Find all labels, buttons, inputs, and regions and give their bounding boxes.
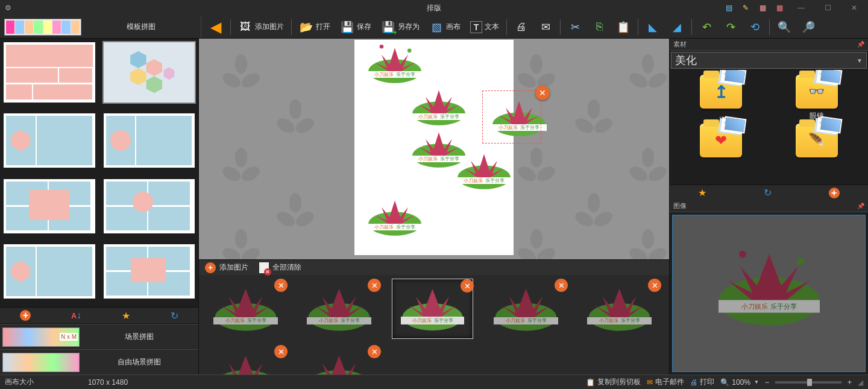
- center-panel: 小刀娱乐乐于分享 小刀娱乐乐于分享 小刀娱乐乐于分享 小刀娱乐乐于分享 小刀娱乐…: [199, 39, 669, 375]
- canvas-button[interactable]: ▧画布: [426, 18, 464, 36]
- copy-button[interactable]: ⎘: [588, 18, 610, 36]
- asset-folder-feather[interactable]: 🪶: [770, 124, 864, 160]
- tray-delete-icon[interactable]: ✕: [274, 279, 288, 292]
- status-resize-grip[interactable]: ◢: [858, 378, 863, 387]
- left-panel: + A↓ ★ ↻ N x M 场景拼图 自由场景拼图: [0, 39, 199, 375]
- minimize-button[interactable]: —: [790, 1, 813, 15]
- tray-add-image-button[interactable]: +添加图片: [205, 262, 248, 273]
- image-panel-header[interactable]: 图像📌: [670, 200, 868, 212]
- add-image-button[interactable]: 🖼添加图片: [234, 18, 288, 36]
- tray-delete-icon[interactable]: ✕: [274, 345, 288, 358]
- assets-category-select[interactable]: 美化▼: [671, 52, 867, 69]
- pin-icon[interactable]: 📌: [857, 203, 864, 209]
- flip-h-button[interactable]: ◣: [642, 18, 664, 36]
- zoom-slider[interactable]: [775, 381, 841, 384]
- tray-item[interactable]: 小刀娱乐乐于分享✕: [579, 279, 660, 339]
- assets-action-bar: ★ ↻ +: [670, 185, 868, 200]
- tray-clear-all-button[interactable]: ✕全部清除: [259, 262, 301, 273]
- delete-selected-button[interactable]: ✕: [535, 86, 550, 100]
- placed-image[interactable]: 小刀娱乐乐于分享: [451, 147, 517, 194]
- tray-delete-icon[interactable]: ✕: [368, 345, 381, 358]
- status-zoom-out[interactable]: −: [765, 378, 769, 387]
- zoom-out-button[interactable]: 🔎: [797, 18, 819, 36]
- page-canvas[interactable]: 小刀娱乐乐于分享 小刀娱乐乐于分享 小刀娱乐乐于分享 小刀娱乐乐于分享 小刀娱乐…: [354, 40, 514, 255]
- tray-item[interactable]: ✕: [298, 345, 380, 375]
- print-button[interactable]: 🖨: [511, 18, 532, 36]
- template-thumb[interactable]: [104, 179, 195, 233]
- assets-add-icon[interactable]: +: [829, 188, 840, 198]
- paste-button[interactable]: 📋: [612, 18, 634, 36]
- template-action-bar: + A↓ ★ ↻: [0, 307, 198, 324]
- free-scene-collage-tab[interactable]: 自由场景拼图: [0, 349, 198, 375]
- template-thumb[interactable]: [104, 113, 195, 168]
- tray-delete-icon[interactable]: ✕: [461, 279, 474, 293]
- template-thumb[interactable]: [4, 42, 95, 103]
- maximize-button[interactable]: ☐: [816, 1, 839, 15]
- email-button[interactable]: ✉: [535, 18, 556, 36]
- status-clipboard-button[interactable]: 📋复制到剪切板: [586, 377, 641, 387]
- titlebar-palette-icon[interactable]: ▦: [756, 2, 769, 13]
- asset-folder-heart[interactable]: ❤: [675, 124, 768, 160]
- save-button[interactable]: 💾保存: [336, 18, 375, 36]
- cut-button[interactable]: ✂: [564, 18, 586, 36]
- svg-marker-2: [130, 68, 146, 85]
- svg-marker-5: [11, 130, 30, 151]
- text-button[interactable]: T文本: [467, 18, 503, 36]
- rotate-free-button[interactable]: ⟲: [744, 18, 766, 36]
- rotate-left-button[interactable]: ↶: [696, 18, 717, 36]
- status-zoom-in[interactable]: +: [848, 378, 852, 387]
- scene-collage-tab[interactable]: N x M 场景拼图: [0, 324, 198, 349]
- svg-marker-4: [164, 67, 175, 80]
- template-mode-thumb[interactable]: [4, 19, 81, 36]
- template-refresh-icon[interactable]: ↻: [171, 310, 178, 321]
- template-grid: [0, 39, 198, 307]
- placed-image[interactable]: 小刀娱乐乐于分享: [406, 83, 472, 130]
- rotate-right-button[interactable]: ↷: [720, 18, 741, 36]
- titlebar-grid-icon[interactable]: ▦: [773, 2, 786, 13]
- template-thumb[interactable]: [4, 244, 95, 299]
- tray-delete-icon[interactable]: ✕: [648, 279, 661, 292]
- tray-item-selected[interactable]: 小刀娱乐乐于分享✕: [392, 279, 473, 339]
- flip-v-button[interactable]: ◢: [666, 18, 688, 36]
- asset-folder-up[interactable]: ↥..: [675, 75, 768, 121]
- tray-delete-icon[interactable]: ✕: [555, 279, 568, 292]
- template-thumb[interactable]: [4, 179, 95, 233]
- tray-delete-icon[interactable]: ✕: [368, 279, 381, 292]
- tray-item[interactable]: ✕: [205, 345, 286, 375]
- asset-folder-glasses[interactable]: 👓眼镜: [770, 75, 864, 121]
- status-zoom-display[interactable]: 🔍100%▼: [720, 378, 759, 387]
- title-bar: ⚙ 排版 ▤ ✎ ▦ ▦ — ☐ ✕: [0, 0, 868, 16]
- pin-icon[interactable]: 📌: [857, 41, 864, 48]
- status-canvas-dims: 1070 x 1480: [88, 378, 128, 387]
- placed-image[interactable]: 小刀娱乐乐于分享: [362, 194, 428, 241]
- template-thumb-selected[interactable]: [104, 42, 195, 103]
- template-thumb[interactable]: [104, 244, 195, 299]
- tray-item[interactable]: 小刀娱乐乐于分享✕: [485, 279, 567, 339]
- status-email-button[interactable]: ✉电子邮件: [647, 377, 684, 387]
- template-add-icon[interactable]: +: [20, 310, 31, 321]
- assets-panel-header[interactable]: 素材📌: [670, 39, 868, 51]
- save-as-button[interactable]: 💾➜另存为: [377, 18, 423, 36]
- template-sort-az-icon[interactable]: A↓: [71, 310, 81, 321]
- selection-frame[interactable]: [482, 90, 541, 144]
- svg-marker-0: [130, 51, 146, 68]
- template-mode-label: 模板拼图: [81, 22, 201, 32]
- template-favorite-icon[interactable]: ★: [122, 310, 130, 321]
- assets-refresh-icon[interactable]: ↻: [764, 187, 772, 198]
- status-print-button[interactable]: 🖨打印: [690, 377, 714, 387]
- placed-image[interactable]: 小刀娱乐乐于分享: [362, 41, 428, 88]
- titlebar-note-icon[interactable]: ▤: [722, 2, 735, 13]
- tray-item[interactable]: 小刀娱乐乐于分享✕: [298, 279, 380, 339]
- main-toolbar: 模板拼图 ◀ 🖼添加图片 📂打开 💾保存 💾➜另存为 ▧画布 T文本 🖨 ✉ ✂…: [0, 16, 868, 39]
- tray-item[interactable]: 小刀娱乐乐于分享✕: [205, 279, 286, 339]
- close-button[interactable]: ✕: [843, 1, 866, 15]
- back-button[interactable]: ◀: [205, 18, 227, 36]
- open-button[interactable]: 📂打开: [295, 18, 334, 36]
- canvas-area[interactable]: 小刀娱乐乐于分享 小刀娱乐乐于分享 小刀娱乐乐于分享 小刀娱乐乐于分享 小刀娱乐…: [199, 39, 669, 259]
- titlebar-pencil-icon[interactable]: ✎: [739, 2, 752, 13]
- image-preview[interactable]: 小刀娱乐乐于分享: [672, 215, 866, 372]
- zoom-in-button[interactable]: 🔍: [773, 18, 795, 36]
- template-thumb[interactable]: [4, 113, 95, 168]
- assets-favorite-icon[interactable]: ★: [698, 187, 706, 198]
- assets-grid: ↥.. 👓眼镜 ❤ 🪶: [670, 70, 868, 165]
